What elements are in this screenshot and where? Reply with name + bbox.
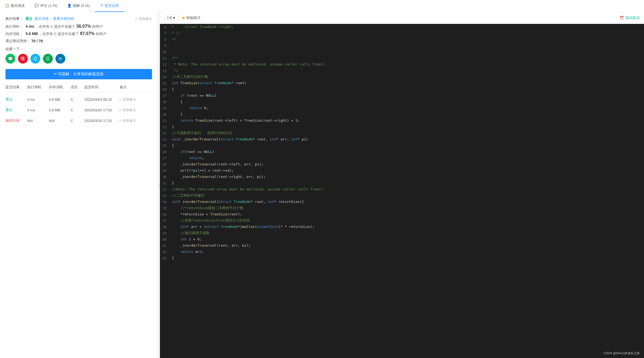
result-row: 执行结果： 通过 显示详情 › 查看示例代码 ▷ 添加备注 — [5, 16, 152, 21]
code-line: 27 return; — [160, 155, 644, 161]
line-code: * Note: The returned array must be mallo… — [171, 61, 644, 68]
line-code: return arr; — [171, 249, 644, 255]
top-tabs: 📋 题目描述 💬 评论 (1.7k) 👤 题解 (4.1k) ⏱ 提交记录 — [0, 0, 644, 12]
solution-icon: 👤 — [67, 4, 72, 8]
line-number: 33 — [160, 193, 171, 199]
line-code: //求二叉树节点的个数 — [171, 74, 644, 80]
time-unit: 的用户 — [92, 24, 103, 29]
time-stat-row: 执行用时： 4 ms ，在所有 C 提交中击败了 36.07% 的用户 — [5, 24, 152, 29]
lang-chevron-icon: ▾ — [173, 16, 175, 20]
tab-submission[interactable]: ⏱ 提交记录 — [95, 0, 124, 12]
line-code: _inorderTraversal(root->right, arr, pi); — [171, 174, 644, 180]
write-solution-button[interactable]: ✏ 写题解，分享我的解题思路 — [5, 69, 152, 79]
th-note: 备注 — [120, 85, 152, 90]
mem-desc: ，在所有 C 提交中击败了 — [39, 32, 79, 36]
code-line: 32//Note: The returned array must be mal… — [160, 186, 644, 193]
line-code: int* inorderTraversal(struct TreeNode* r… — [171, 199, 644, 205]
code-line: 19 return 0; — [160, 105, 644, 111]
test-row: 通过测试用例： 70 / 70 — [5, 39, 152, 43]
line-number: 39 — [160, 230, 171, 236]
code-line: 41 _inorderTraversal(root, arr, &i); — [160, 243, 644, 249]
line-number: 43 — [160, 255, 171, 261]
share-linkedin-button[interactable]: in — [55, 54, 65, 64]
line-code: //Note: The returned array must be mallo… — [171, 186, 644, 193]
panel-divider[interactable]: • • • — [158, 12, 160, 358]
result-add-note[interactable]: ▷ 添加备注 — [136, 17, 152, 21]
mem-stat-row: 内存消耗： 5.6 MB ，在所有 C 提交中击败了 97.07% 的用户 — [5, 31, 152, 36]
add-note-button[interactable]: ▷ 添加备注 — [120, 118, 152, 123]
mem-value: 5.6 MB — [26, 32, 38, 36]
line-number: 21 — [160, 118, 171, 124]
qq-icon: Q — [34, 56, 37, 61]
line-number: 42 — [160, 249, 171, 255]
td-result[interactable]: 编译出错 — [5, 118, 27, 123]
add-note-button[interactable]: ▷ 添加备注 — [120, 97, 152, 102]
tab-comment[interactable]: 💬 评论 (1.7k) — [30, 0, 62, 12]
flag-small-icon: ▷ — [120, 98, 122, 101]
line-code: } — [171, 124, 644, 130]
code-line: 36 *returnSize = TreeSize(root); — [160, 211, 644, 218]
mem-unit: 的用户 — [96, 32, 106, 36]
line-number: 24 — [160, 136, 171, 143]
line-number: 9 — [160, 43, 171, 49]
table-header: 提交结果 执行用时 内存消耗 语言 提交时间 备注 — [5, 85, 152, 92]
mock-interview-button[interactable]: ⏰ 模拟面试 — [620, 15, 640, 20]
td-date: 2023/03/26 17:53 — [84, 119, 120, 123]
line-code: int* arr = (struct TreeNode*)malloc(size… — [171, 224, 644, 230]
line-number: 14 — [160, 74, 171, 80]
code-line: 7* }; — [160, 30, 644, 36]
problem-icon: 📋 — [5, 4, 9, 8]
line-number: 20 — [160, 111, 171, 118]
mem-label: 内存消耗： — [5, 32, 24, 36]
line-code: */ — [171, 36, 644, 43]
td-lang: C — [71, 108, 84, 112]
add-note-button[interactable]: ▷ 添加备注 — [120, 108, 152, 112]
line-code: arr[(*pi)++] = root->val; — [171, 168, 644, 174]
line-code: _inorderTraversal(root->left, arr, pi); — [171, 161, 644, 168]
code-line: 34int* inorderTraversal(struct TreeNode*… — [160, 199, 644, 205]
editor-header: ℹ C ▾ 智能模式 ⏰ 模拟面试 — [160, 12, 644, 24]
share-douban-button[interactable]: 豆 — [43, 54, 53, 64]
lang-info-icon: ℹ — [167, 16, 169, 20]
comment-icon: 💬 — [35, 4, 39, 8]
line-code: //*returnSize接收二叉树的节点个数 — [171, 205, 644, 211]
result-view-example[interactable]: 查看示例代码 — [53, 16, 74, 21]
tab-comment-label: 评论 (1.7k) — [40, 3, 57, 8]
line-code: //子函数用于递归 - 使用中序的方式 — [171, 130, 644, 136]
line-number: 26 — [160, 149, 171, 155]
lang-selector[interactable]: ℹ C ▾ — [164, 14, 178, 21]
code-line: 43} — [160, 255, 644, 261]
code-line: 26 if(root == NULL) — [160, 149, 644, 155]
line-code: } — [171, 111, 644, 118]
line-code: return TreeSize(root->left) + TreeSize(r… — [171, 118, 644, 124]
table-row: 通过 4 ms 5.8 MB C 2023/03/26 17:53 ▷ 添加备注 — [5, 105, 152, 115]
result-detail[interactable]: 显示详情 › — [35, 16, 51, 21]
code-line: 31} — [160, 180, 644, 186]
clock-icon: ⏰ — [620, 16, 624, 20]
code-line: 22} — [160, 124, 644, 130]
code-line: 18 { — [160, 99, 644, 105]
code-line: 39 //递归调用子函数 — [160, 230, 644, 236]
code-editor[interactable]: 6* struct TreeNode *right;7* };8*/9 10 1… — [160, 24, 644, 358]
tab-problem[interactable]: 📋 题目描述 — [0, 0, 30, 12]
tab-solution[interactable]: 👤 题解 (4.1k) — [62, 0, 95, 12]
smart-mode-label: 智能模式 — [186, 15, 200, 20]
td-result[interactable]: 通过 — [5, 108, 27, 112]
lang-label: C — [170, 16, 172, 20]
th-date: 提交时间 — [84, 85, 120, 90]
submission-rows: 通过 4 ms 5.6 MB C 2023/04/03 08:15 ▷ 添加备注… — [5, 94, 152, 126]
line-code: //二叉树的中序遍历 — [171, 193, 644, 199]
line-code: _inorderTraversal(root, arr, &i); — [171, 243, 644, 249]
result-label: 执行结果： — [5, 16, 23, 21]
code-line: 28 _inorderTraversal(root->left, arr, pi… — [160, 161, 644, 168]
share-wechat-button[interactable]: 💬 — [5, 54, 15, 64]
line-code: } — [171, 255, 644, 261]
td-result[interactable]: 通过 — [5, 97, 27, 102]
main-layout: 执行结果： 通过 显示详情 › 查看示例代码 ▷ 添加备注 执行用时： 4 ms… — [0, 12, 644, 358]
line-number: 27 — [160, 155, 171, 161]
line-number: 28 — [160, 161, 171, 168]
share-qq-button[interactable]: Q — [30, 54, 40, 64]
code-line: 33//二叉树的中序遍历 — [160, 193, 644, 199]
share-weibo-button[interactable]: 微 — [18, 54, 28, 64]
line-number: 37 — [160, 218, 171, 224]
